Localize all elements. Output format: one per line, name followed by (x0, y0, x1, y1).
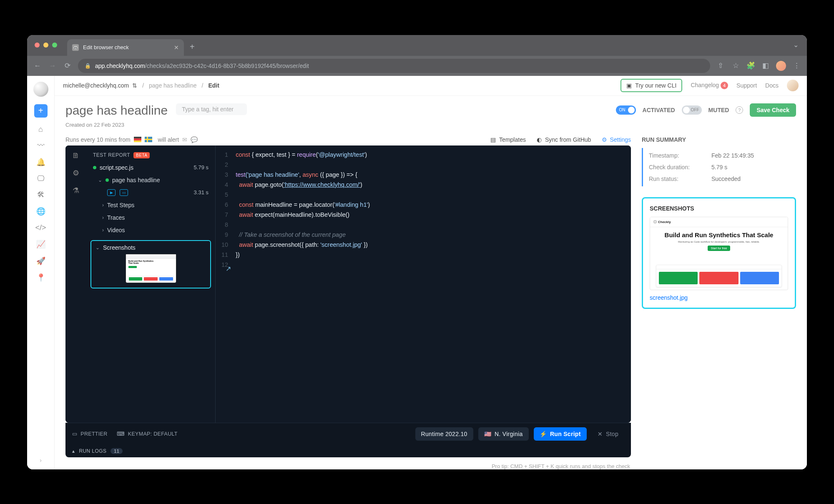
new-tab-button[interactable]: + (190, 42, 195, 56)
screenshot-thumbnail[interactable]: Build and Run SyntheticsThat Scale (126, 254, 176, 283)
test-report-tree: TEST REPORT BETA script.spec.js 5.79 s ⌄ (86, 145, 216, 423)
try-cli-button[interactable]: ▣ Try our new CLI (620, 79, 682, 92)
gear-icon[interactable]: ⚙ (71, 168, 80, 178)
create-button[interactable]: + (34, 104, 48, 118)
forward-icon[interactable]: → (48, 62, 57, 70)
test-steps-row[interactable]: ›Test Steps (90, 200, 211, 210)
support-link[interactable]: Support (736, 82, 757, 89)
close-tab-icon[interactable]: ✕ (174, 44, 179, 51)
monitor-icon[interactable]: 🖵 (37, 174, 45, 183)
rocket-icon[interactable]: 🚀 (36, 256, 45, 266)
reload-icon[interactable]: ⟳ (63, 61, 72, 70)
file-icon[interactable]: 🗎 (71, 151, 80, 160)
extensions-icon[interactable]: 🧩 (746, 61, 755, 70)
docs-link[interactable]: Docs (765, 82, 779, 89)
check-title[interactable]: page has headline (65, 103, 168, 118)
tabs-overflow-icon[interactable]: ⌄ (793, 41, 799, 49)
help-icon[interactable]: ? (736, 106, 743, 114)
changelog-link[interactable]: Changelog 4 (691, 82, 728, 89)
analytics-icon[interactable]: 📈 (36, 240, 45, 249)
maximize-window-icon[interactable] (52, 43, 57, 48)
sidepanel-icon[interactable]: ◧ (761, 61, 770, 70)
chevron-right-icon: › (102, 215, 104, 221)
open-external-icon[interactable]: ↗ (226, 264, 231, 272)
prettier-button[interactable]: ▭PRETTIER (72, 431, 108, 437)
run-logs-bar[interactable]: ▴ RUN LOGS 11 (65, 445, 631, 457)
keymap-button[interactable]: ⌨KEYMAP: DEFAULT (117, 431, 178, 437)
editor-gutter: 🗎 ⚙ ⚗ (65, 145, 86, 423)
script-name: script.spec.js (100, 164, 133, 171)
run-logs-label: RUN LOGS (79, 448, 106, 454)
test-row[interactable]: ⌄ page has headline (90, 175, 211, 185)
minimize-window-icon[interactable] (43, 43, 48, 48)
profile-avatar[interactable] (776, 61, 786, 71)
browser-tabstrip: 🦝 Edit browser check ✕ + ⌄ (27, 35, 807, 56)
script-row[interactable]: script.spec.js 5.79 s (90, 163, 211, 173)
editor-footer: ▭PRETTIER ⌨KEYMAP: DEFAULT Runtime 2022.… (65, 423, 631, 445)
thumb-sub: Monitoring as Code workflow for develope… (663, 241, 775, 243)
checkly-logo-icon[interactable] (33, 82, 48, 97)
flag-de-icon (134, 137, 141, 142)
account-selector[interactable]: michelle@checklyhq.com ⇅ (63, 82, 137, 89)
cli-label: Try our new CLI (635, 82, 676, 89)
terminal-icon: ▣ (626, 82, 632, 89)
code-pane[interactable]: 123456789101112 const { expect, test } =… (216, 145, 631, 423)
pro-tip: Pro tip: CMD + SHIFT + K quick runs and … (65, 457, 631, 469)
map-pin-icon[interactable]: 📍 (36, 273, 45, 282)
test-name: page has headline (112, 177, 160, 183)
check-header: page has headline Type a tag, hit enter … (55, 96, 807, 122)
test-report-header: TEST REPORT BETA (90, 150, 211, 160)
sync-github-button[interactable]: ◐Sync from GitHub (537, 136, 591, 143)
favicon-icon: 🦝 (72, 44, 79, 51)
close-window-icon[interactable] (35, 43, 40, 48)
expand-sidebar-icon[interactable]: › (40, 457, 42, 464)
stop-button[interactable]: ✕Stop (592, 427, 624, 441)
browser-tab[interactable]: 🦝 Edit browser check ✕ (67, 39, 184, 56)
flask-icon[interactable]: ⚗ (71, 186, 80, 195)
address-bar[interactable]: 🔒 app.checklyhq.com/checks/a2ec932b-c42c… (78, 59, 710, 73)
wrench-icon[interactable]: 🛠 (37, 191, 45, 199)
muted-label: MUTED (708, 107, 729, 113)
settings-button[interactable]: ⚙Settings (602, 136, 631, 143)
activated-toggle[interactable]: ON (616, 105, 636, 115)
window-controls (35, 43, 57, 48)
window-icon[interactable]: ▭ (120, 189, 128, 196)
share-icon[interactable]: ⇧ (716, 61, 725, 70)
run-script-button[interactable]: ⚡Run Script (534, 427, 587, 441)
bookmark-icon[interactable]: ☆ (731, 61, 740, 70)
screenshot-filename[interactable]: screenshot.jpg (650, 294, 788, 301)
save-check-button[interactable]: Save Check (750, 103, 796, 117)
browser-menu-icon[interactable]: ⋮ (792, 61, 801, 70)
runtime-selector[interactable]: Runtime 2022.10 (415, 427, 473, 441)
thumb-cta: Start for free (708, 246, 731, 251)
globe-icon[interactable]: 🌐 (36, 207, 45, 216)
user-avatar[interactable] (787, 80, 799, 91)
screenshots-label: Screenshots (103, 244, 136, 251)
screenshots-section[interactable]: ⌄Screenshots Build and Run SyntheticsTha… (90, 240, 211, 288)
region-selector[interactable]: 🇺🇸N. Virginia (478, 427, 529, 441)
tag-input[interactable]: Type a tag, hit enter (176, 103, 247, 115)
pulse-icon[interactable]: 〰 (37, 141, 45, 150)
summary-val: Succeeded (711, 176, 741, 182)
run-summary-panel: RUN SUMMARY Timestamp:Feb 22 15:49:35 Ch… (642, 134, 796, 469)
code-editor: 🗎 ⚙ ⚗ TEST REPORT BETA script.spec. (65, 145, 631, 423)
home-icon[interactable]: ⌂ (38, 125, 43, 134)
templates-button[interactable]: ▤Templates (490, 136, 526, 143)
account-name: michelle@checklyhq.com (63, 82, 129, 89)
traces-row[interactable]: ›Traces (90, 213, 211, 223)
breadcrumb-check[interactable]: page has headline (149, 82, 196, 89)
play-icon[interactable]: ▶ (107, 189, 116, 196)
thumb-heading: Build and Run Synthetics That Scale (663, 231, 775, 239)
muted-toggle[interactable]: OFF (682, 105, 702, 115)
chevron-right-icon: › (102, 202, 104, 208)
screenshot-preview[interactable]: Checkly Build and Run Synthetics That Sc… (650, 217, 788, 290)
lock-icon: 🔒 (85, 63, 91, 69)
back-icon[interactable]: ← (33, 62, 42, 70)
chat-icon: 💬 (191, 136, 198, 143)
bell-icon[interactable]: 🔔 (36, 158, 45, 167)
flag-us-icon: 🇺🇸 (484, 431, 491, 437)
videos-row[interactable]: ›Videos (90, 225, 211, 235)
editor-metabar: Runs every 10 mins from will alert ✉ 💬 ▤… (65, 134, 631, 145)
code-icon[interactable]: </> (35, 223, 46, 232)
breadcrumb-edit: Edit (208, 82, 219, 89)
